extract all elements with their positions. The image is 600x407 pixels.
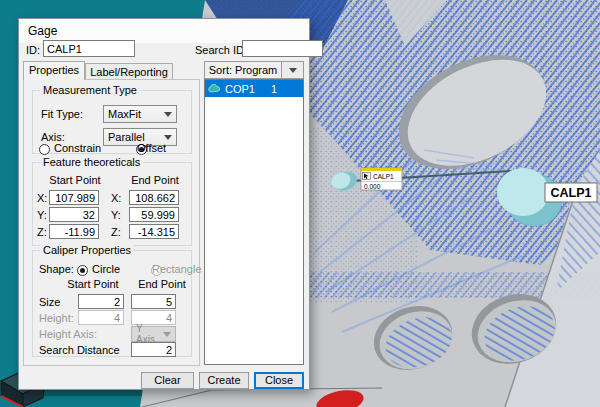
height-start-input [78, 310, 124, 325]
height-axis-label: Height Axis: [39, 328, 97, 340]
ft-z-label-end: Z: [111, 226, 121, 238]
tag-value-text: 0.000 [364, 183, 381, 190]
gage-id-label[interactable]: CALP1 [545, 183, 597, 202]
id-label: ID: [26, 44, 40, 56]
clear-button-label: Clear [154, 374, 180, 386]
cp-start-header: Start Point [61, 278, 125, 290]
sort-button[interactable]: Sort: Program ↑ [204, 61, 282, 79]
size-end-input[interactable] [131, 294, 176, 309]
close-button-label: Close [265, 374, 293, 386]
fit-type-label: Fit Type: [41, 108, 83, 120]
height-label: Height: [39, 312, 74, 324]
ft-z-start-input[interactable] [49, 224, 99, 239]
size-label: Size [39, 296, 60, 308]
pointcloud-icon [208, 84, 221, 93]
ft-z-end-input[interactable] [129, 224, 179, 239]
feature-theoreticals-title: Feature theoreticals [40, 156, 143, 168]
tab-label-reporting[interactable]: Label/Reporting [85, 63, 173, 80]
search-distance-label: Search Distance [39, 344, 120, 356]
properties-tab-page: Measurement Type Fit Type: MaxFit Axis: … [23, 79, 200, 366]
gage-dialog: Gage ID: Search ID: Properties Label/Rep… [18, 18, 310, 390]
search-distance-input[interactable] [131, 342, 176, 357]
chevron-down-icon [289, 68, 297, 73]
gage-id-label-text: CALP1 [551, 186, 592, 200]
caliper-properties-title: Caliper Properties [40, 244, 134, 256]
shape-circle-radio[interactable] [77, 265, 88, 276]
ft-y-label-end: Y: [111, 209, 121, 221]
ft-x-end-input[interactable] [129, 190, 179, 205]
offset-label: Offset [137, 142, 166, 154]
tab-properties[interactable]: Properties [23, 61, 85, 80]
sort-dropdown-button[interactable] [282, 61, 304, 79]
height-axis-combo: Y Axis [131, 326, 176, 342]
ft-end-header: End Point [125, 174, 185, 186]
cp-end-header: End Point [130, 278, 194, 290]
feature-theoreticals-group: Feature theoreticals Start Point End Poi… [32, 162, 192, 246]
ft-y-label-start: Y: [37, 209, 47, 221]
list-item-cop1[interactable]: COP1 1 [205, 80, 303, 97]
tag-highlight-bar [361, 168, 402, 171]
chevron-down-icon [164, 135, 172, 140]
create-button[interactable]: Create [199, 372, 249, 389]
clear-button[interactable]: Clear [141, 372, 194, 389]
fit-type-combo[interactable]: MaxFit [103, 105, 177, 123]
feature-list[interactable]: COP1 1 [204, 79, 304, 365]
shape-label: Shape: [39, 263, 74, 275]
id-input[interactable] [43, 40, 135, 57]
gage-measurement-tag[interactable]: CALP1 0.000 [361, 168, 402, 190]
close-button[interactable]: Close [254, 372, 304, 389]
ft-x-start-input[interactable] [49, 190, 99, 205]
list-item-count: 1 [271, 83, 277, 95]
application-window: CALP1 CALP1 0.000 Gage ID: Search ID: [0, 0, 600, 407]
list-item-name: COP1 [225, 83, 255, 95]
search-id-label: Search ID: [195, 44, 247, 56]
dialog-title: Gage [28, 24, 57, 38]
search-id-input[interactable] [242, 40, 323, 57]
ft-y-end-input[interactable] [129, 207, 179, 222]
ft-z-label-start: Z: [37, 226, 47, 238]
ft-y-start-input[interactable] [49, 207, 99, 222]
caliper-properties-group: Caliper Properties Shape: Circle Rectang… [32, 250, 192, 357]
sort-bar: Sort: Program ↑ [204, 61, 304, 79]
constrain-radio[interactable] [39, 144, 50, 155]
fit-type-value: MaxFit [108, 108, 141, 120]
ft-x-label-start: X: [37, 192, 47, 204]
constrain-label: Constrain [54, 142, 101, 154]
ft-x-label-end: X: [111, 192, 121, 204]
shape-circle-label: Circle [92, 263, 120, 275]
shape-rectangle-label: Rectangle [152, 263, 202, 275]
tab-label-reporting-label: Label/Reporting [90, 66, 168, 78]
ft-start-header: Start Point [45, 174, 105, 186]
create-button-label: Create [207, 374, 240, 386]
measurement-type-title: Measurement Type [40, 84, 140, 96]
chevron-down-icon [164, 112, 172, 117]
tab-properties-label: Properties [29, 64, 79, 76]
measurement-type-group: Measurement Type Fit Type: MaxFit Axis: … [32, 90, 192, 154]
size-start-input[interactable] [78, 294, 124, 309]
tag-title-text: CALP1 [373, 173, 394, 180]
chevron-down-icon [163, 332, 171, 337]
